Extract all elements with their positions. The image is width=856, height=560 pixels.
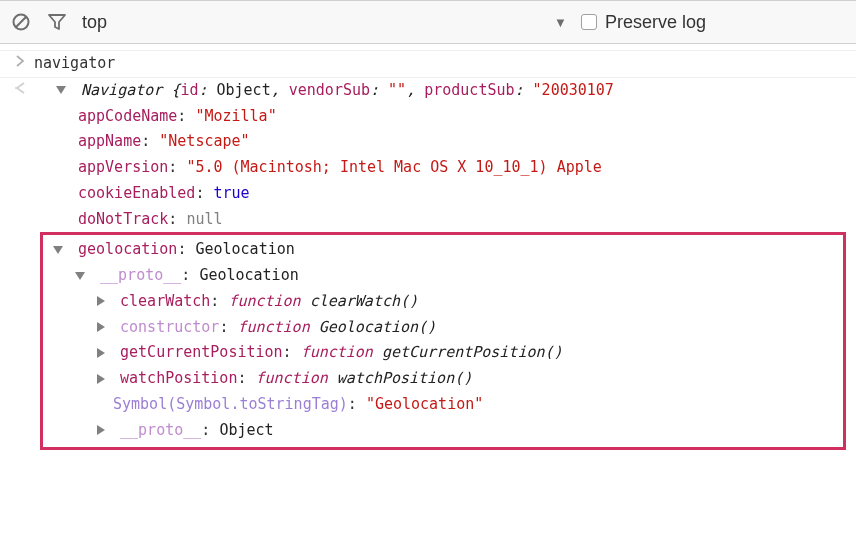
property-row-method[interactable]: watchPosition: function watchPosition() bbox=[47, 366, 839, 392]
property-row[interactable]: appName: "Netscape" bbox=[0, 129, 856, 155]
chevron-down-icon: ▼ bbox=[554, 15, 567, 30]
property-row[interactable]: appCodeName: "Mozilla" bbox=[0, 104, 856, 130]
clear-console-icon[interactable] bbox=[10, 11, 32, 33]
object-header[interactable]: Navigator {id: Object, vendorSub: "", pr… bbox=[34, 80, 856, 102]
input-chevron-icon bbox=[6, 53, 34, 67]
expand-toggle-icon[interactable] bbox=[97, 348, 105, 358]
property-row-method[interactable]: constructor: function Geolocation() bbox=[47, 315, 839, 341]
console-result-row[interactable]: Navigator {id: Object, vendorSub: "", pr… bbox=[0, 78, 856, 104]
expand-toggle-icon[interactable] bbox=[53, 246, 63, 254]
output-chevron-icon bbox=[6, 80, 34, 94]
svg-line-1 bbox=[16, 17, 26, 27]
property-row-method[interactable]: clearWatch: function clearWatch() bbox=[47, 289, 839, 315]
svg-point-2 bbox=[15, 87, 17, 89]
context-selector[interactable]: top ▼ bbox=[82, 12, 567, 33]
context-label: top bbox=[82, 12, 544, 33]
console-toolbar: top ▼ Preserve log bbox=[0, 0, 856, 44]
preserve-log-checkbox[interactable] bbox=[581, 14, 597, 30]
console-output: navigator Navigator {id: Object, vendorS… bbox=[0, 44, 856, 450]
property-row[interactable]: cookieEnabled: true bbox=[0, 181, 856, 207]
expand-toggle-icon[interactable] bbox=[97, 425, 105, 435]
preserve-log-label: Preserve log bbox=[605, 12, 706, 33]
property-row-symbol[interactable]: Symbol(Symbol.toStringTag): "Geolocation… bbox=[47, 392, 839, 418]
class-name: Navigator bbox=[81, 81, 162, 99]
property-row[interactable]: doNotTrack: null bbox=[0, 207, 856, 233]
console-command-row[interactable]: navigator bbox=[0, 50, 856, 78]
property-row-proto[interactable]: __proto__: Geolocation bbox=[47, 263, 839, 289]
property-row-proto[interactable]: __proto__: Object bbox=[47, 418, 839, 444]
property-row-method[interactable]: getCurrentPosition: function getCurrentP… bbox=[47, 340, 839, 366]
expand-toggle-icon[interactable] bbox=[56, 86, 66, 94]
expand-toggle-icon[interactable] bbox=[97, 322, 105, 332]
property-row-geolocation[interactable]: geolocation: Geolocation bbox=[47, 237, 839, 263]
expand-toggle-icon[interactable] bbox=[97, 374, 105, 384]
property-row[interactable]: appVersion: "5.0 (Macintosh; Intel Mac O… bbox=[0, 155, 856, 181]
command-text: navigator bbox=[34, 53, 856, 75]
preserve-log-toggle[interactable]: Preserve log bbox=[581, 12, 846, 33]
filter-icon[interactable] bbox=[46, 11, 68, 33]
expand-toggle-icon[interactable] bbox=[75, 272, 85, 280]
geolocation-highlight: geolocation: Geolocation __proto__: Geol… bbox=[40, 232, 846, 450]
expand-toggle-icon[interactable] bbox=[97, 296, 105, 306]
